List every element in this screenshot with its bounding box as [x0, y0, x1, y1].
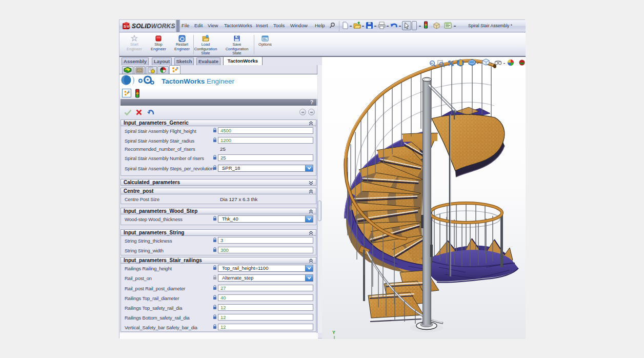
svg-text:S: S	[124, 25, 126, 28]
svg-text:+: +	[431, 62, 433, 65]
svg-text:Y: Y	[332, 330, 335, 335]
svg-text:W: W	[127, 25, 130, 28]
svg-text:E: E	[176, 67, 178, 70]
svg-text:E: E	[128, 90, 130, 93]
